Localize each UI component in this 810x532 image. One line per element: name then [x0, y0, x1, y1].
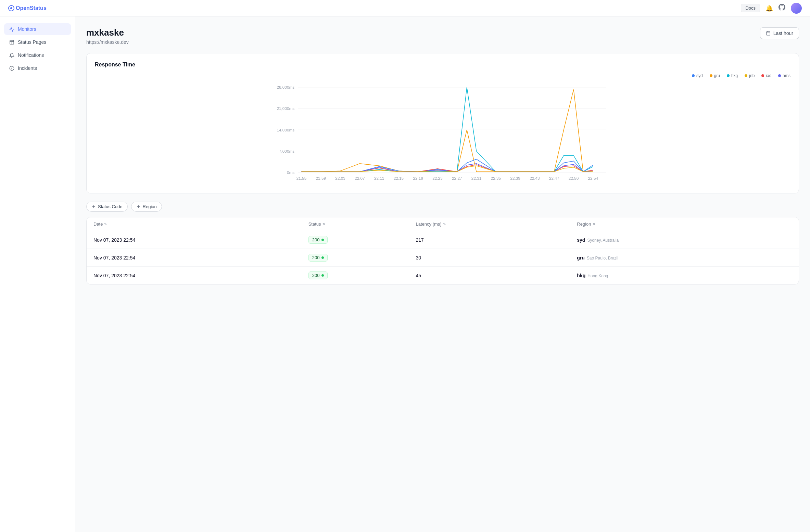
chart-card: Response Time syd gru hkg jnb: [86, 53, 799, 193]
chart-line-syd: [302, 159, 593, 172]
sidebar-item-label: Monitors: [18, 26, 36, 32]
y-label-7000: 7,000ms: [279, 149, 294, 153]
x-2243: 22:43: [530, 176, 540, 180]
layout-icon: [9, 39, 14, 45]
col-region[interactable]: Region ⇅: [577, 221, 792, 227]
status-dot: [321, 256, 324, 259]
calendar-icon: [766, 31, 771, 36]
cell-latency: 217: [416, 237, 577, 243]
x-2215: 22:15: [394, 176, 404, 180]
cell-status: 200: [308, 254, 416, 262]
y-label-14000: 14,000ms: [277, 128, 294, 132]
sidebar: Monitors Status Pages Notifications Inci…: [0, 16, 75, 532]
x-2203: 22:03: [335, 176, 345, 180]
svg-rect-2: [10, 40, 13, 44]
chart-line-hkg: [302, 87, 593, 172]
response-time-chart: 28,000ms 21,000ms 14,000ms 7,000ms 0ms 2…: [95, 82, 790, 185]
sidebar-item-status-pages[interactable]: Status Pages: [4, 36, 71, 48]
plus-icon-2: [136, 204, 141, 209]
col-latency[interactable]: Latency (ms) ⇅: [416, 221, 577, 227]
sort-icon-latency: ⇅: [443, 222, 446, 226]
avatar[interactable]: [791, 3, 802, 14]
col-date[interactable]: Date ⇅: [93, 221, 308, 227]
status-dot: [321, 239, 324, 241]
legend-dot-ams: [778, 74, 781, 77]
x-2235: 22:35: [491, 176, 501, 180]
x-2247: 22:47: [549, 176, 559, 180]
page-title: mxkaske: [86, 27, 129, 38]
legend-jnb: jnb: [745, 73, 755, 78]
legend-dot-iad: [761, 74, 764, 77]
sidebar-item-notifications[interactable]: Notifications: [4, 49, 71, 61]
x-2231: 22:31: [471, 176, 481, 180]
legend-dot-jnb: [745, 74, 747, 77]
page-header: mxkaske https://mxkaske.dev Last hour: [86, 27, 799, 45]
x-2239: 22:39: [510, 176, 520, 180]
data-table: Date ⇅ Status ⇅ Latency (ms) ⇅ Region ⇅: [86, 217, 799, 284]
x-2159: 21:59: [316, 176, 326, 180]
page-url: https://mxkaske.dev: [86, 39, 129, 45]
cell-status: 200: [308, 271, 416, 279]
cell-date: Nov 07, 2023 22:54: [93, 273, 308, 278]
svg-point-1: [10, 7, 12, 9]
page-title-group: mxkaske https://mxkaske.dev: [86, 27, 129, 45]
x-2223: 22:23: [432, 176, 443, 180]
logo: OpenStatus: [8, 5, 47, 11]
legend-hkg: hkg: [727, 73, 738, 78]
main-content: mxkaske https://mxkaske.dev Last hour Re…: [75, 16, 810, 532]
cell-region: syd Sydney, Australia: [577, 237, 792, 243]
status-dot: [321, 274, 324, 277]
y-label-28000: 28,000ms: [277, 85, 294, 89]
status-badge: 200: [308, 236, 328, 244]
sidebar-item-label: Notifications: [18, 52, 44, 58]
col-status[interactable]: Status ⇅: [308, 221, 416, 227]
cell-date: Nov 07, 2023 22:54: [93, 255, 308, 261]
logo-icon: [8, 5, 14, 11]
chart-svg: 28,000ms 21,000ms 14,000ms 7,000ms 0ms 2…: [95, 82, 790, 185]
sidebar-item-incidents[interactable]: Incidents: [4, 62, 71, 74]
status-code-filter[interactable]: Status Code: [86, 202, 128, 212]
x-2155: 21:55: [296, 176, 307, 180]
github-icon[interactable]: [779, 4, 785, 12]
app-layout: Monitors Status Pages Notifications Inci…: [0, 16, 810, 532]
table-header: Date ⇅ Status ⇅ Latency (ms) ⇅ Region ⇅: [87, 217, 799, 231]
cell-status: 200: [308, 236, 416, 244]
bell-icon[interactable]: 🔔: [765, 4, 773, 12]
legend-iad: iad: [761, 73, 771, 78]
sidebar-item-label: Incidents: [18, 65, 37, 71]
y-label-0: 0ms: [287, 170, 294, 175]
x-2254: 22:54: [588, 176, 598, 180]
docs-button[interactable]: Docs: [741, 4, 760, 12]
x-2207: 22:07: [355, 176, 365, 180]
cell-date: Nov 07, 2023 22:54: [93, 237, 308, 243]
last-hour-button[interactable]: Last hour: [760, 27, 799, 39]
cell-latency: 30: [416, 255, 577, 261]
legend-dot-gru: [710, 74, 712, 77]
region-filter[interactable]: Region: [131, 202, 162, 212]
table-row: Nov 07, 2023 22:54 200 217 syd Sydney, A…: [87, 231, 799, 249]
plus-icon: [91, 204, 96, 209]
legend-dot-hkg: [727, 74, 730, 77]
chart-line-gru: [302, 89, 593, 172]
chart-title: Response Time: [95, 62, 790, 68]
alert-icon: [9, 65, 14, 71]
x-2227: 22:27: [452, 176, 462, 180]
cell-latency: 45: [416, 273, 577, 278]
sort-icon-status: ⇅: [322, 222, 325, 226]
x-2219: 22:19: [413, 176, 423, 180]
chart-legend: syd gru hkg jnb iad: [95, 73, 790, 78]
sidebar-item-monitors[interactable]: Monitors: [4, 23, 71, 35]
sort-icon-region: ⇅: [593, 222, 595, 226]
table-row: Nov 07, 2023 22:54 200 30 gru Sao Paulo,…: [87, 249, 799, 267]
x-2211: 22:11: [374, 176, 384, 180]
filters-row: Status Code Region: [86, 202, 799, 212]
status-badge: 200: [308, 271, 328, 279]
activity-icon: [9, 26, 14, 32]
bell-icon: [9, 52, 14, 58]
top-bar-right: Docs 🔔: [741, 3, 802, 14]
svg-rect-6: [766, 31, 770, 35]
y-label-21000: 21,000ms: [277, 106, 294, 111]
sidebar-item-label: Status Pages: [18, 39, 46, 45]
legend-syd: syd: [692, 73, 703, 78]
status-badge: 200: [308, 254, 328, 262]
